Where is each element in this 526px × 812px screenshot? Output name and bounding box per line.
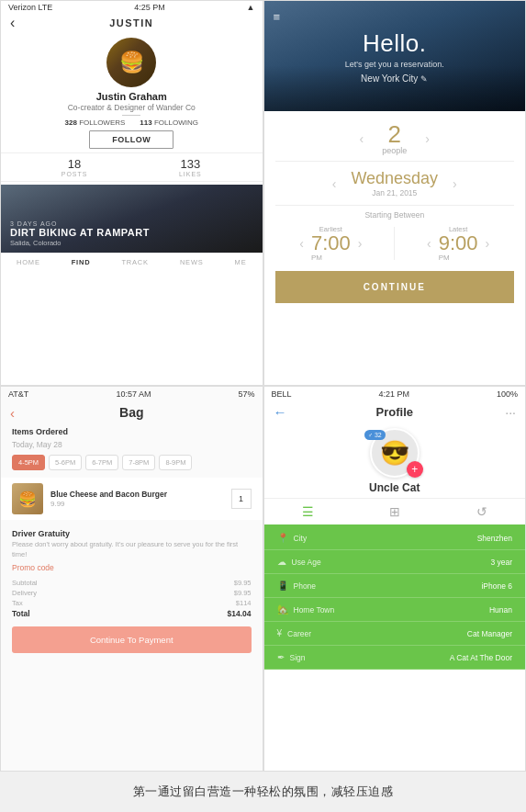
time-bag: 10:57 AM (116, 389, 151, 399)
tax-row: Tax $114 (12, 598, 252, 608)
hometown-icon: 🏡 (277, 604, 288, 615)
status-bar-justin: Verizon LTE 4:25 PM ▲ (1, 1, 263, 14)
profile-bio: Co-creator & Designer of Wander Co (1, 103, 263, 112)
status-bar-bag: AT&T 10:57 AM 57% (1, 387, 263, 401)
chip-8-9pm[interactable]: 8-9PM (159, 455, 192, 470)
day-name: Wednesday (351, 169, 438, 188)
continue-button[interactable]: CONTINUE (275, 271, 515, 303)
career-icon: ¥ (277, 628, 283, 638)
career-label: Career (287, 629, 311, 638)
following-stat: 113 FOLLOWING (140, 118, 198, 127)
cat-info-age: ☁ Use Age 3 year (264, 550, 526, 574)
nav-me[interactable]: ME (235, 258, 247, 266)
hometown-value: Hunan (489, 605, 512, 615)
nav-news[interactable]: NEWS (180, 258, 204, 266)
cat-avatar-area: 😎 ♂ 32 + Uncle Cat (264, 423, 526, 498)
phone-value: iPhone 6 (481, 581, 512, 591)
city-value: Shenzhen (477, 534, 512, 543)
chip-5-6pm[interactable]: 5-6PM (49, 455, 82, 470)
follow-button[interactable]: FOLLOW (89, 130, 173, 149)
profile-stats: 328 FOLLOWERS 113 FOLLOWING (1, 118, 263, 127)
cat-info-city: 📍 City Shenzhen (264, 526, 526, 550)
hello-subtitle: Let's get you a reservation. (345, 60, 444, 69)
cat-tab-grid[interactable]: ⊞ (382, 502, 408, 521)
chip-6-7pm[interactable]: 6-7PM (85, 455, 118, 470)
screen-justin: Verizon LTE 4:25 PM ▲ ‹ JUSTIN 🍔 Justin … (0, 0, 263, 386)
cat-info-phone: 📱 Phone iPhone 6 (264, 574, 526, 598)
bag-continue-button[interactable]: Continue To Payment (12, 626, 252, 653)
screen-hello: ≡ Hello. Let's get you a reservation. Ne… (263, 0, 527, 386)
profile-name: Justin Graham (1, 91, 263, 102)
battery-cat: 100% (497, 389, 518, 399)
sign-value: A Cat At The Door (450, 653, 512, 662)
nav-justin: ‹ JUSTIN (1, 14, 263, 32)
carrier-justin: Verizon LTE (8, 3, 52, 12)
item-qty[interactable]: 1 (231, 489, 252, 509)
cat-tabs: ☰ ⊞ ↺ (264, 498, 526, 526)
latest-prev[interactable]: ‹ (427, 236, 431, 251)
bag-totals: Subtotal $9.95 Delivery $9.95 Tax $114 T… (1, 576, 263, 621)
day-prev[interactable]: ‹ (332, 176, 337, 191)
caption-text: 第一通过留白营造一种轻松的氛围，减轻压迫感 (133, 784, 394, 800)
nav-bag: ‹ Bag (1, 401, 263, 423)
bag-section-title: Items Ordered (1, 423, 263, 438)
reservation-body: ‹ 2 people › ‹ Wednesday Jan 21, 2015 › … (264, 111, 526, 310)
sign-icon: ✒ (277, 652, 285, 662)
followers-stat: 328 FOLLOWERS (65, 118, 126, 127)
day-next[interactable]: › (453, 176, 457, 191)
back-arrow-cat[interactable]: ← (274, 404, 287, 420)
city-icon: 📍 (277, 533, 288, 543)
time-row: ‹ Earliest 7:00 PM › ‹ Latest 9:00 PM (275, 221, 515, 269)
post-image[interactable]: 3 DAYS AGO DIRT BIKING AT RAMPART Salida… (1, 185, 263, 253)
cat-info-sign: ✒ Sign A Cat At The Door (264, 646, 526, 670)
time-chips: 4-5PM 5-6PM 6-7PM 7-8PM 8-9PM (1, 451, 263, 474)
city-label: City (294, 534, 308, 543)
hamburger-icon[interactable]: ≡ (274, 10, 281, 24)
hello-hero: ≡ Hello. Let's get you a reservation. Ne… (264, 1, 526, 111)
post-location: Salida, Colorado (10, 239, 253, 247)
cat-tab-history[interactable]: ↺ (469, 502, 495, 521)
screen-cat: BELL 4:21 PM 100% ← Profile ··· 😎 ♂ 32 +… (263, 386, 527, 772)
earliest-next[interactable]: › (358, 236, 363, 251)
nav-cat: ← Profile ··· (264, 401, 526, 423)
latest-col: ‹ Latest 9:00 PM › (402, 225, 514, 262)
career-value: Cat Manager (467, 629, 512, 638)
nav-find[interactable]: FIND (72, 258, 91, 266)
people-next[interactable]: › (425, 131, 430, 146)
avatar-wrap: 🍔 (1, 38, 263, 87)
sign-label: Sign (290, 653, 306, 662)
chip-7-8pm[interactable]: 7-8PM (122, 455, 155, 470)
phone-icon: 📱 (277, 581, 288, 591)
likes-count: 133 LIKES (179, 157, 202, 177)
posts-count: 18 POSTS (62, 157, 88, 177)
cat-name: Uncle Cat (369, 481, 420, 494)
nav-home[interactable]: HOME (17, 258, 40, 266)
cat-info-career: ¥ Career Cat Manager (264, 622, 526, 646)
cat-info-hometown: 🏡 Home Town Hunan (264, 598, 526, 622)
divider (122, 115, 140, 116)
screen-bag: AT&T 10:57 AM 57% ‹ Bag Items Ordered To… (0, 386, 263, 772)
cat-badge: ♂ 32 (364, 430, 386, 440)
chip-4-5pm[interactable]: 4-5PM (12, 455, 45, 470)
earliest-prev[interactable]: ‹ (299, 236, 304, 251)
cat-profile-title: Profile (376, 405, 413, 419)
post-days-ago: 3 DAYS AGO (10, 220, 253, 227)
delivery-row: Delivery $9.95 (12, 588, 252, 598)
cat-info-list: 📍 City Shenzhen ☁ Use Age 3 year 📱 Phone… (264, 526, 526, 670)
hello-city[interactable]: New York City ✎ (345, 73, 444, 84)
people-selector: ‹ 2 people › (275, 117, 515, 162)
people-prev[interactable]: ‹ (360, 131, 364, 146)
more-options-icon[interactable]: ··· (505, 405, 516, 420)
people-count: 2 people (382, 122, 407, 155)
promo-code[interactable]: Promo code (1, 559, 263, 576)
cat-tab-list[interactable]: ☰ (295, 502, 321, 521)
back-arrow-justin[interactable]: ‹ (10, 15, 15, 31)
add-photo-button[interactable]: + (407, 461, 423, 478)
total-row: Total $14.04 (12, 608, 252, 619)
latest-next[interactable]: › (486, 236, 490, 251)
starting-between: Starting Between (275, 206, 515, 221)
back-arrow-bag[interactable]: ‹ (10, 405, 15, 421)
hometown-label: Home Town (294, 605, 335, 615)
nav-track[interactable]: TRACK (121, 258, 148, 266)
item-info: Blue Cheese and Bacon Burger 9.99 (50, 490, 224, 508)
